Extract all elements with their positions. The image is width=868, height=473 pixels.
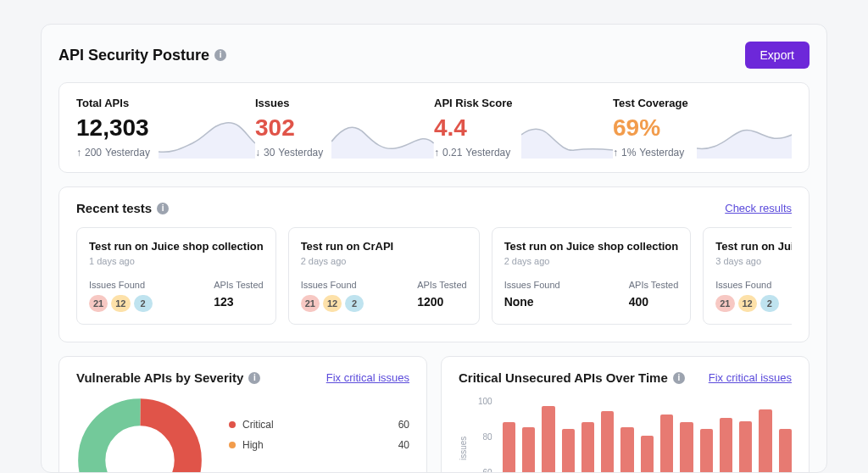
bar (562, 429, 575, 473)
page-title: API Security Posture i (58, 47, 226, 64)
metric-value: 4.4 (434, 114, 513, 142)
sparkline-icon (521, 118, 614, 159)
severity-chart-card: Vulnerable APIs by Severity i Fix critic… (58, 356, 427, 473)
issues-found-label: Issues Found (301, 280, 364, 290)
legend-row-high: High 40 (229, 439, 409, 451)
metrics-row: Total APIs 12,303 ↑ 200 Yesterday Issues (58, 82, 810, 173)
test-age: 3 days ago (715, 256, 792, 266)
apis-tested-value: 1200 (417, 295, 467, 309)
arrow-up-icon: ↑ (434, 147, 439, 159)
info-icon[interactable]: i (673, 372, 685, 384)
metric-label: Test Coverage (613, 97, 688, 109)
y-axis-label: issues (459, 426, 468, 460)
apis-tested-label: APIs Tested (629, 280, 679, 290)
check-results-link[interactable]: Check results (725, 202, 792, 214)
bar (759, 409, 771, 473)
metric-risk-score: API Risk Score 4.4 ↑ 0.21 Yesterday (434, 97, 613, 159)
timeline-chart-title: Critical Unsecured APIs Over Time i (459, 370, 685, 385)
bar (522, 427, 535, 473)
test-title: Test run on Juice shop collection (89, 240, 264, 253)
page-title-text: API Security Posture (58, 47, 209, 64)
info-icon[interactable]: i (214, 49, 226, 61)
charts-row: Vulnerable APIs by Severity i Fix critic… (58, 356, 810, 473)
issues-found-label: Issues Found (89, 280, 153, 290)
apis-tested-value: 123 (214, 295, 264, 309)
pill-high: 12 (738, 295, 757, 312)
bars-area (503, 397, 792, 473)
export-button[interactable]: Export (745, 42, 810, 69)
issues-none: None (504, 295, 560, 309)
pill-critical: 21 (715, 295, 734, 312)
bar (542, 406, 554, 473)
bar (620, 427, 633, 473)
test-title: Test run on CrAPI (301, 240, 467, 253)
bar (660, 415, 673, 473)
test-title: Test run on Juice shop collection (715, 240, 792, 253)
bar (739, 421, 752, 474)
dot-icon (229, 421, 236, 428)
timeline-chart-card: Critical Unsecured APIs Over Time i Fix … (441, 356, 810, 473)
test-age: 2 days ago (301, 256, 467, 266)
fix-critical-link[interactable]: Fix critical issues (326, 371, 409, 384)
sparkline-icon (159, 118, 255, 159)
metric-delta: ↑ 0.21 Yesterday (434, 147, 513, 159)
sparkline-icon (697, 118, 792, 159)
pill-critical: 21 (301, 295, 320, 312)
dot-icon (229, 442, 236, 448)
info-icon[interactable]: i (157, 203, 169, 214)
arrow-up-icon: ↑ (613, 147, 618, 159)
metric-value: 12,303 (76, 114, 150, 142)
apis-tested-label: APIs Tested (214, 280, 264, 290)
arrow-up-icon: ↑ (76, 147, 81, 159)
metric-label: API Risk Score (434, 97, 513, 109)
metric-delta: ↑ 200 Yesterday (76, 147, 150, 159)
issue-pills: 21 12 2 (301, 295, 364, 312)
test-card[interactable]: Test run on Juice shop collection 3 days… (703, 227, 792, 325)
donut-chart (76, 397, 203, 473)
severity-chart-title: Vulnerable APIs by Severity i (76, 370, 260, 385)
test-card[interactable]: Test run on CrAPI 2 days ago Issues Foun… (288, 227, 480, 325)
severity-legend: Critical 60 High 40 (229, 419, 409, 459)
bar (779, 429, 792, 473)
bar (601, 411, 614, 473)
test-age: 2 days ago (504, 256, 679, 266)
bar (720, 418, 732, 473)
metric-delta: ↓ 30 Yesterday (255, 147, 323, 159)
fix-critical-link[interactable]: Fix critical issues (709, 371, 792, 384)
bar (503, 422, 515, 473)
issues-found-label: Issues Found (504, 280, 560, 290)
recent-tests-card: Recent tests i Check results Test run on… (58, 186, 810, 342)
bar (581, 422, 594, 473)
apis-tested-label: APIs Tested (417, 280, 467, 290)
info-icon[interactable]: i (248, 372, 260, 384)
metric-test-coverage: Test Coverage 69% ↑ 1% Yesterday (613, 97, 792, 159)
pill-info: 2 (345, 295, 364, 312)
panel-header: API Security Posture i Export (58, 42, 810, 69)
apis-tested-value: 400 (629, 295, 679, 309)
issue-pills: 21 12 2 (89, 295, 153, 312)
test-age: 1 days ago (89, 256, 264, 266)
metric-issues: Issues 302 ↓ 30 Yesterday (255, 97, 434, 159)
issues-found-label: Issues Found (715, 280, 779, 290)
test-card[interactable]: Test run on Juice shop collection 2 days… (492, 227, 692, 325)
bar (680, 422, 693, 473)
pill-high: 12 (111, 295, 130, 312)
issue-pills: 21 12 2 (715, 295, 779, 312)
test-card[interactable]: Test run on Juice shop collection 1 days… (76, 227, 276, 325)
bar (700, 429, 713, 473)
arrow-down-icon: ↓ (255, 147, 260, 159)
pill-critical: 21 (89, 295, 108, 312)
pill-info: 2 (134, 295, 153, 312)
bar (641, 436, 654, 473)
bar-chart: issues 100 80 60 (459, 397, 792, 473)
pill-high: 12 (323, 295, 342, 312)
metric-label: Total APIs (76, 97, 150, 109)
legend-row-critical: Critical 60 (229, 419, 409, 431)
metric-value: 302 (255, 114, 323, 142)
recent-tests-list: Test run on Juice shop collection 1 days… (76, 227, 792, 325)
recent-tests-title: Recent tests i (76, 201, 169, 215)
test-title: Test run on Juice shop collection (504, 240, 679, 253)
pill-info: 2 (760, 295, 779, 312)
metric-delta: ↑ 1% Yesterday (613, 147, 688, 159)
metric-label: Issues (255, 97, 323, 109)
